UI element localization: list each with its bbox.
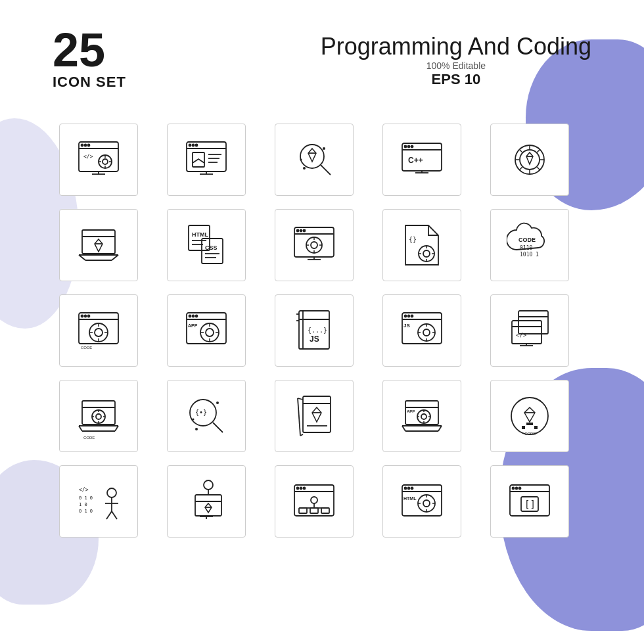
svg-text:CODE: CODE	[518, 237, 536, 243]
icon-diagram-browser	[275, 465, 354, 538]
icon-browser-js-gear: JS	[382, 294, 461, 367]
svg-point-97	[408, 315, 410, 317]
number-label: 25	[53, 26, 126, 74]
svg-text:JS: JS	[403, 323, 410, 329]
svg-text:1 0: 1 0	[79, 502, 87, 507]
svg-text:APP: APP	[407, 409, 415, 413]
icon-laptop-code-gear: CODE	[59, 380, 138, 452]
svg-point-31	[408, 146, 410, 148]
svg-point-67	[423, 250, 430, 257]
svg-marker-38	[526, 152, 533, 164]
icon-code-binary-person: </> 0 1 0 1 0 0 1 0	[59, 465, 138, 538]
svg-text:{}: {}	[409, 236, 417, 243]
icon-diamond-book	[275, 380, 354, 452]
svg-point-121	[195, 428, 198, 430]
svg-point-187	[516, 488, 518, 490]
svg-point-74	[85, 315, 87, 317]
svg-point-32	[411, 146, 413, 148]
svg-point-2	[81, 145, 83, 147]
svg-point-26	[323, 147, 325, 150]
svg-line-130	[298, 398, 300, 436]
svg-point-58	[297, 230, 299, 232]
svg-text:CODE: CODE	[524, 432, 536, 436]
icons-grid: </>	[0, 110, 644, 551]
svg-line-22	[321, 165, 331, 175]
svg-line-113	[115, 426, 118, 431]
svg-text:0110: 0110	[520, 245, 532, 251]
icon-diamond-search	[275, 124, 354, 196]
svg-point-14	[196, 145, 198, 147]
svg-text:JS: JS	[310, 334, 319, 344]
svg-rect-124	[303, 396, 331, 432]
header-right: Programming And Coding 100% Editable EPS…	[321, 26, 591, 88]
svg-point-141	[511, 398, 548, 434]
icon-browser-app-gear: APP	[167, 294, 246, 367]
svg-point-12	[189, 145, 191, 147]
icon-code-layers: </>	[490, 294, 569, 367]
svg-marker-46	[95, 239, 103, 252]
svg-point-152	[107, 488, 116, 497]
icon-web-code-settings: </>	[59, 124, 138, 196]
svg-rect-109	[82, 401, 115, 425]
svg-line-156	[112, 511, 117, 519]
svg-text:{•}: {•}	[195, 409, 207, 416]
svg-rect-52	[202, 239, 223, 264]
svg-line-43	[79, 255, 85, 260]
svg-point-179	[408, 488, 410, 490]
svg-point-139	[421, 414, 426, 419]
svg-point-85	[206, 329, 214, 336]
svg-point-122	[216, 402, 219, 404]
svg-text:[]: []	[524, 499, 536, 509]
icon-file-code-gear: {}	[382, 209, 461, 281]
svg-rect-173	[299, 508, 307, 513]
eps-label: EPS 10	[321, 71, 591, 88]
svg-text:C++: C++	[408, 156, 423, 165]
svg-point-169	[304, 488, 306, 490]
svg-line-129	[298, 398, 303, 400]
icon-code-search: {•}	[167, 380, 246, 452]
svg-point-161	[204, 480, 213, 490]
svg-point-83	[196, 315, 198, 317]
svg-text:HTML: HTML	[192, 231, 208, 238]
icon-html-gear-browser: HTML	[382, 465, 461, 538]
svg-point-27	[300, 159, 302, 161]
svg-point-168	[300, 488, 302, 490]
svg-point-82	[193, 315, 195, 317]
svg-line-119	[213, 423, 223, 432]
icon-bracket-browser: []	[490, 465, 569, 538]
icon-diamond-code-circle: CODE	[490, 380, 569, 452]
svg-marker-126	[312, 407, 321, 422]
svg-point-167	[297, 488, 299, 490]
svg-point-59	[300, 230, 302, 232]
svg-text:HTML: HTML	[403, 496, 417, 501]
svg-rect-175	[321, 508, 329, 513]
svg-text:CODE: CODE	[83, 436, 95, 439]
svg-rect-40	[82, 230, 115, 254]
icon-gear-diamond	[490, 124, 569, 196]
svg-point-98	[411, 315, 413, 317]
svg-line-155	[106, 511, 112, 519]
svg-point-77	[95, 329, 103, 336]
svg-marker-23	[308, 149, 316, 162]
svg-line-135	[402, 426, 405, 431]
svg-point-75	[88, 315, 90, 317]
svg-line-136	[438, 426, 442, 431]
svg-point-25	[303, 167, 306, 170]
svg-text:APP: APP	[188, 323, 198, 328]
svg-text:</>: </>	[83, 154, 93, 160]
icon-monitor-gear	[275, 209, 354, 281]
svg-point-3	[85, 145, 87, 147]
svg-point-186	[513, 488, 515, 490]
icon-app-gear-laptop: APP	[382, 380, 461, 452]
svg-text:CSS: CSS	[205, 244, 218, 251]
svg-text:0 1 0: 0 1 0	[79, 509, 93, 514]
svg-text:1010 1: 1010 1	[520, 252, 539, 258]
svg-text:0 1 0: 0 1 0	[79, 495, 93, 501]
svg-line-112	[79, 426, 82, 431]
svg-point-96	[405, 315, 407, 317]
svg-marker-159	[205, 503, 212, 513]
icon-html-css: HTML CSS	[167, 209, 246, 281]
svg-point-7	[103, 159, 108, 164]
svg-point-4	[88, 145, 90, 147]
svg-point-180	[411, 488, 413, 490]
